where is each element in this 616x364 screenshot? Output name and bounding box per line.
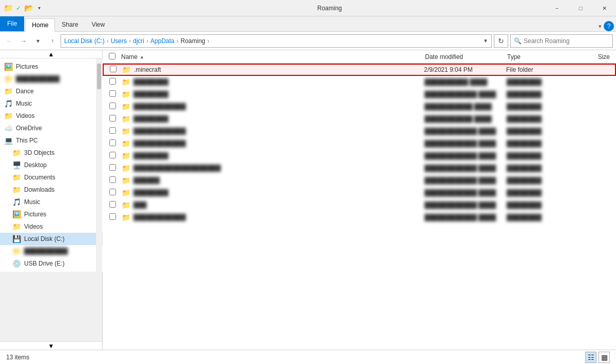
file-row-f8[interactable]: 📁 ████████ ████████████ ████ ████████ [103, 150, 616, 162]
file-date-f3: ████████████ ████ [425, 91, 507, 98]
sidebar-item-music-top[interactable]: 🎵 Music [0, 97, 103, 110]
row-checkbox-f5[interactable] [109, 115, 122, 123]
sidebar-item-dance[interactable]: 📁 Dance [0, 85, 103, 97]
row-checkbox-f12[interactable] [109, 201, 122, 209]
search-box[interactable]: 🔍 [510, 34, 613, 48]
file-type-f6: ████████ [507, 128, 573, 135]
row-checkbox-f3[interactable] [109, 90, 122, 98]
view-toggle-buttons: ☷ ▩ [585, 352, 610, 363]
sidebar-item-videos-top[interactable]: 📁 Videos [0, 110, 103, 122]
file-row-f13[interactable]: 📁 ████████████ ████████████ ████ ███████… [103, 211, 616, 224]
breadcrumb[interactable]: Local Disk (C:) › Users › djcri › AppDat… [61, 34, 492, 48]
file-row-f12[interactable]: 📁 ███ ████████████ ████ ████████ [103, 199, 616, 211]
breadcrumb-dropdown-icon[interactable]: ▼ [483, 38, 488, 44]
folder-icon-f8: 📁 [122, 152, 130, 160]
col-name-header[interactable]: Name ▲ [121, 53, 425, 60]
sidebar-item-music[interactable]: 🎵 Music [0, 196, 103, 208]
tab-view[interactable]: View [85, 18, 111, 31]
dropdown-arrow-icon[interactable]: ▾ [35, 4, 43, 12]
sidebar-item-pictures[interactable]: 🖼️ Pictures [0, 208, 103, 220]
documents-icon: 📁 [12, 173, 21, 181]
large-icons-view-button[interactable]: ▩ [599, 352, 610, 363]
tab-file[interactable]: File [0, 16, 24, 31]
details-view-button[interactable]: ☷ [585, 352, 596, 363]
sidebar-scroll-up[interactable]: ▲ [0, 50, 102, 58]
folder-icon-f3: 📁 [122, 90, 130, 98]
sidebar-item-blurred1[interactable]: 📁 ██████████ [0, 73, 103, 85]
file-row-minecraft[interactable]: 📁 .minecraft 2/9/2021 9:04 PM File folde… [103, 64, 616, 76]
file-name-minecraft: .minecraft [134, 66, 424, 73]
main-area: ▲ 🖼️ Pictures 📁 ██████████ 📁 Dance 🎵 Mus… [0, 50, 616, 350]
sidebar-item-downloads[interactable]: 📁 Downloads [0, 184, 103, 196]
refresh-button[interactable]: ↻ [494, 34, 508, 48]
row-checkbox-f6[interactable] [109, 127, 122, 135]
row-checkbox-f2[interactable] [109, 78, 122, 86]
file-row-f5[interactable]: 📁 ████████ ███████████ ████ ████████ [103, 113, 616, 125]
maximize-button[interactable]: □ [569, 0, 592, 16]
sidebar-scroll-thumb[interactable] [97, 64, 101, 89]
breadcrumb-djcri[interactable]: djcri [133, 37, 144, 45]
file-row-f4[interactable]: 📁 ████████████ ███████████ ████ ████████ [103, 100, 616, 113]
sidebar-item-3d-objects[interactable]: 📁 3D Objects [0, 147, 103, 159]
file-date-f9: ████████████ ████ [425, 165, 507, 172]
back-button[interactable]: ← [3, 35, 15, 47]
local-disk-icon: 💾 [12, 235, 21, 243]
tab-home[interactable]: Home [25, 18, 55, 32]
file-date-f5: ███████████ ████ [425, 115, 507, 123]
sidebar-item-blurred2[interactable]: 📁 ██████████ [0, 245, 103, 257]
forward-button[interactable]: → [17, 35, 30, 47]
file-row-f10[interactable]: 📁 ██████ ████████████ ████ ████████ [103, 174, 616, 187]
search-input[interactable] [524, 37, 609, 45]
sidebar: 🖼️ Pictures 📁 ██████████ 📁 Dance 🎵 Music… [0, 58, 103, 272]
sidebar-item-documents[interactable]: 📁 Documents [0, 171, 103, 184]
col-date-header[interactable]: Date modified [425, 53, 507, 60]
window-title: Roaming [47, 5, 612, 12]
sidebar-item-pictures-top[interactable]: 🖼️ Pictures [0, 60, 103, 73]
folder-icon-minecraft: 📁 [122, 66, 131, 74]
row-checkbox-minecraft[interactable] [110, 66, 122, 74]
file-row-f7[interactable]: 📁 ████████████ ████████████ ████ ███████… [103, 137, 616, 150]
breadcrumb-local-disk[interactable]: Local Disk (C:) [64, 37, 105, 45]
sidebar-item-this-pc[interactable]: 💻 This PC [0, 134, 103, 147]
col-type-header[interactable]: Type [507, 53, 574, 60]
sidebar-item-desktop[interactable]: 🖥️ Desktop [0, 159, 103, 171]
sidebar-item-videos[interactable]: 📁 Videos [0, 220, 103, 233]
file-row-f6[interactable]: 📁 ████████████ ████████████ ████ ███████… [103, 125, 616, 137]
col-size-header[interactable]: Size [574, 53, 610, 60]
sidebar-item-local-disk[interactable]: 💾 Local Disk (C:) [0, 233, 103, 245]
file-date-f11: ████████████ ████ [425, 189, 507, 196]
breadcrumb-roaming: Roaming [181, 37, 205, 45]
file-date-f4: ███████████ ████ [425, 103, 507, 110]
recent-locations-button[interactable]: ▾ [32, 35, 44, 47]
row-checkbox-f8[interactable] [109, 152, 122, 160]
breadcrumb-users[interactable]: Users [111, 37, 127, 45]
file-type-f7: ████████ [507, 140, 573, 147]
close-button[interactable]: ✕ [592, 0, 616, 16]
file-type-minecraft: File folder [506, 66, 573, 73]
file-row-f11[interactable]: 📁 ████████ ████████████ ████ ████████ [103, 187, 616, 199]
breadcrumb-appdata[interactable]: AppData [150, 37, 175, 45]
ribbon-collapse-icon[interactable]: ▾ [599, 23, 602, 30]
file-type-f5: ████████ [507, 115, 573, 123]
up-button[interactable]: ↑ [46, 35, 59, 47]
row-checkbox-f10[interactable] [109, 176, 122, 185]
minimize-button[interactable]: − [545, 0, 569, 16]
sidebar-item-onedrive[interactable]: ☁️ OneDrive [0, 122, 103, 134]
file-row-f9[interactable]: 📁 ████████████████████ ████████████ ████… [103, 162, 616, 174]
row-checkbox-f9[interactable] [109, 164, 122, 172]
row-checkbox-f11[interactable] [109, 189, 122, 197]
select-all-checkbox[interactable] [109, 53, 121, 61]
sidebar-scroll-down[interactable]: ▼ [0, 341, 102, 350]
folder-icon-f7: 📁 [122, 139, 130, 148]
file-row-f3[interactable]: 📁 ████████ ████████████ ████ ████████ [103, 88, 616, 100]
row-checkbox-f4[interactable] [109, 103, 122, 111]
row-checkbox-f13[interactable] [109, 213, 122, 221]
tab-share[interactable]: Share [55, 18, 85, 31]
help-button[interactable]: ? [604, 21, 614, 31]
sidebar-item-usb-drive[interactable]: 💿 USB Drive (E:) [0, 257, 103, 270]
row-checkbox-f7[interactable] [109, 139, 122, 148]
folder-icon-f6: 📁 [122, 127, 130, 135]
folder-icon-f13: 📁 [122, 213, 130, 221]
file-row-f2[interactable]: 📁 ████████ ██████████ ████ ████████ [103, 76, 616, 88]
blurred1-icon: 📁 [4, 75, 13, 83]
